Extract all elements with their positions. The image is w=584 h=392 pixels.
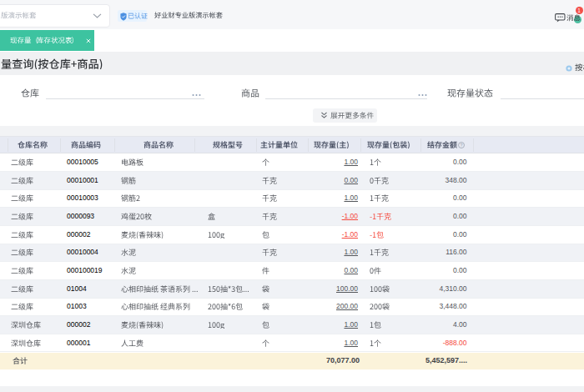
svg-text:?: ? xyxy=(461,143,463,148)
